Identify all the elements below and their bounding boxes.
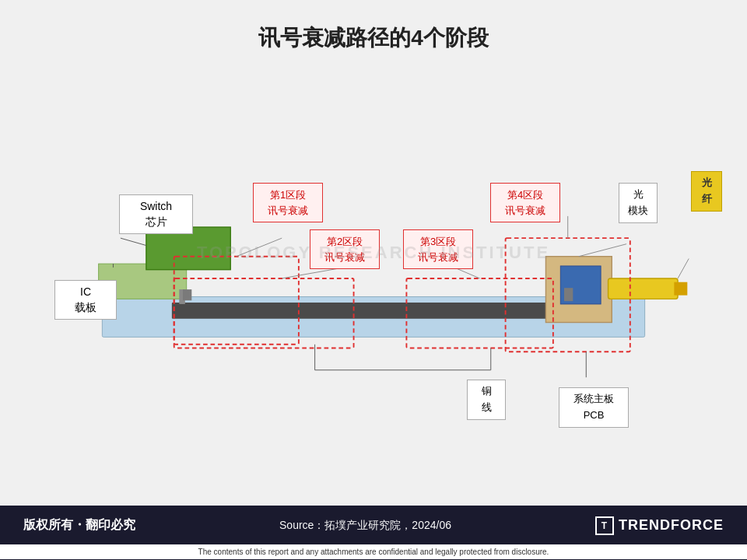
svg-rect-25 [183,289,191,300]
svg-line-24 [678,259,689,278]
stage4-label: 第4区段 讯号衰减 [490,183,560,222]
svg-line-13 [121,238,146,245]
copper-line-label: 铜 线 [467,380,506,420]
svg-rect-8 [674,282,687,296]
main-container: 讯号衰减路径的4个阶段 TOPOLOGY RESEARCH INSTITUTE [0,0,747,560]
stage3-line2: 讯号衰减 [418,251,458,263]
svg-rect-26 [564,288,573,301]
stage2-label: 第2区段 讯号衰减 [310,229,380,269]
page-title: 讯号衰减路径的4个阶段 [0,0,747,61]
optical-module-line1: 光 [633,188,644,200]
pcb-line2: PCB [584,409,605,421]
svg-rect-5 [545,257,612,323]
diagram-area: Switch 芯片 IC 载板 第1区段 讯号衰减 第2区段 讯号衰减 第3区段 [39,62,708,443]
optical-module-line2: 模块 [628,205,648,216]
stage1-line2: 讯号衰减 [268,205,308,216]
svg-line-19 [237,238,282,257]
footer-disclaimer: The contents of this report and any atta… [0,544,747,559]
copper-line1: 铜 [482,385,492,397]
stage3-label: 第3区段 讯号衰减 [403,229,473,269]
svg-rect-10 [174,278,354,348]
stage1-line1: 第1区段 [270,189,306,201]
stage4-line1: 第4区段 [507,189,543,201]
footer: 版权所有・翻印必究 Source：拓墣产业研究院，2024/06 T TREND… [0,506,747,560]
optical-fiber-label: 光 纤 [691,171,722,212]
pcb-label: 系统主板 PCB [559,387,629,428]
ic-label: IC 载板 [54,280,117,320]
svg-rect-11 [406,278,552,348]
svg-rect-1 [172,303,579,319]
stage4-line2: 讯号衰减 [505,205,545,216]
switch-label-line2: 芯片 [146,215,167,228]
stage3-line1: 第3区段 [420,236,456,247]
ic-label-line1: IC [80,285,91,298]
ic-label-line2: 载板 [75,301,96,313]
footer-logo: T TRENDFORCE [595,516,724,535]
svg-line-23 [579,244,626,257]
stage1-label: 第1区段 讯号衰减 [253,183,323,222]
svg-rect-6 [560,266,601,304]
copper-line2: 线 [482,401,492,413]
svg-rect-4 [179,289,185,304]
content-area: 讯号衰减路径的4个阶段 TOPOLOGY RESEARCH INSTITUTE [0,0,747,506]
footer-main: 版权所有・翻印必究 Source：拓墣产业研究院，2024/06 T TREND… [0,507,747,544]
trendforce-logo-text: TRENDFORCE [619,517,724,534]
footer-source: Source：拓墣产业研究院，2024/06 [279,519,451,533]
stage2-line1: 第2区段 [327,236,363,247]
footer-copyright: 版权所有・翻印必究 [23,517,135,534]
svg-rect-9 [174,257,299,345]
trendforce-logo-icon: T [595,516,614,535]
svg-rect-0 [102,297,644,338]
stage2-line2: 讯号衰减 [324,251,365,263]
svg-rect-7 [608,278,679,299]
switch-label-line1: Switch [140,200,172,212]
switch-label: Switch 芯片 [119,194,193,234]
svg-rect-12 [506,238,630,352]
pcb-line1: 系统主板 [573,393,614,404]
optical-module-label: 光 模块 [619,183,658,223]
optical-fiber-line2: 纤 [702,193,712,205]
optical-fiber-line1: 光 [702,177,712,188]
